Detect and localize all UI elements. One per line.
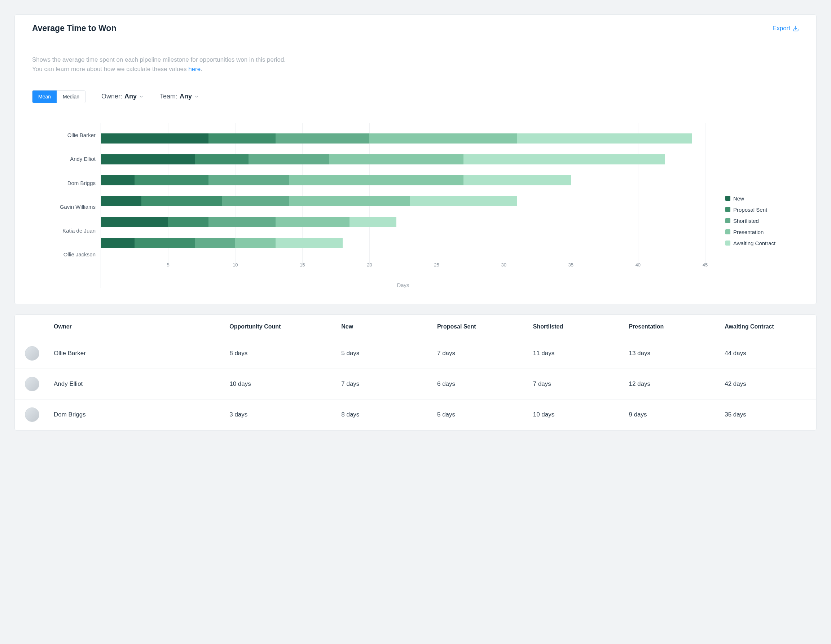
cell-proposal: 6 days	[433, 369, 529, 399]
chart-bar-segment	[195, 238, 236, 248]
col-shortlisted-header: Shortlisted	[529, 315, 625, 338]
col-proposal-header: Proposal Sent	[433, 315, 529, 338]
cell-presentation: 13 days	[624, 338, 720, 369]
chart-x-tick: 10	[232, 262, 238, 267]
chevron-down-icon	[139, 94, 144, 99]
chart-category-label: Gavin Williams	[32, 196, 100, 217]
chart-bar-row	[101, 134, 705, 143]
cell-oppcount: 8 days	[225, 338, 337, 369]
chart-bar-segment	[329, 154, 463, 164]
chart-x-label: Days	[101, 282, 705, 288]
cell-proposal: 5 days	[433, 399, 529, 430]
legend-label: Presentation	[733, 229, 764, 235]
legend-item: Presentation	[725, 229, 799, 235]
legend-swatch	[725, 207, 731, 212]
chart-bar-segment	[369, 134, 517, 143]
chart-x-tick: 25	[434, 262, 439, 267]
chart-bar-segment	[222, 196, 289, 206]
chart-card: Average Time to Won Export Shows the ave…	[14, 14, 817, 304]
legend-item: Proposal Sent	[725, 207, 799, 213]
learn-more-link[interactable]: here	[188, 66, 201, 73]
export-button[interactable]: Export	[772, 25, 799, 32]
mean-button[interactable]: Mean	[32, 91, 57, 103]
table-card: Owner Opportunity Count New Proposal Sen…	[14, 315, 817, 431]
chart-bar-segment	[463, 175, 571, 185]
chart-bar-segment	[289, 175, 463, 185]
cell-owner: Andy Elliot	[49, 369, 225, 399]
chart-x-tick: 20	[367, 262, 372, 267]
chart-bar-segment	[135, 175, 209, 185]
chart-bar-segment	[101, 175, 135, 185]
chart-bar-segment	[101, 217, 168, 227]
legend-item: New	[725, 196, 799, 202]
cell-awaiting: 42 days	[720, 369, 816, 399]
legend-item: Awaiting Contract	[725, 240, 799, 246]
chart-bar-segment	[275, 238, 343, 248]
chart-x-axis: 51015202530354045	[101, 260, 705, 277]
cell-owner: Dom Briggs	[49, 399, 225, 430]
legend-label: Shortlisted	[733, 218, 759, 224]
chart-bar-segment	[101, 238, 135, 248]
avatar	[25, 346, 39, 361]
team-filter-label: Team:	[160, 93, 177, 100]
cell-new: 7 days	[337, 369, 433, 399]
legend-label: Proposal Sent	[733, 207, 767, 213]
chart-category-label: Ollie Barker	[32, 125, 100, 146]
chart-category-labels: Ollie BarkerAndy ElliotDom BriggsGavin W…	[32, 123, 100, 267]
chart-bar-segment	[248, 154, 329, 164]
cell-new: 5 days	[337, 338, 433, 369]
chart-x-tick: 40	[635, 262, 641, 267]
col-presentation-header: Presentation	[624, 315, 720, 338]
cell-shortlisted: 10 days	[529, 399, 625, 430]
chart-area: Ollie BarkerAndy ElliotDom BriggsGavin W…	[32, 123, 799, 288]
download-icon	[793, 25, 799, 32]
cell-oppcount: 3 days	[225, 399, 337, 430]
chart-x-tick: 15	[300, 262, 305, 267]
cell-owner: Ollie Barker	[49, 338, 225, 369]
description-line2-prefix: You can learn more about how we calculat…	[32, 66, 188, 73]
chart-bar-segment	[275, 134, 370, 143]
chart-plot: 51015202530354045 Days	[100, 123, 705, 288]
chart-category-label: Andy Elliot	[32, 149, 100, 170]
chart-bar-segment	[209, 134, 275, 143]
chart-bar-segment	[209, 217, 275, 227]
description-line2: You can learn more about how we calculat…	[32, 65, 799, 74]
chart-controls: Mean Median Owner: Any Team: Any	[32, 90, 799, 103]
avatar	[25, 407, 39, 422]
cell-awaiting: 44 days	[720, 338, 816, 369]
legend-swatch	[725, 240, 731, 246]
cell-avatar	[15, 369, 49, 399]
export-label: Export	[772, 25, 790, 32]
chart-bar-segment	[101, 196, 142, 206]
description-line1: Shows the average time spent on each pip…	[32, 55, 799, 65]
col-owner-header: Owner	[49, 315, 225, 338]
chart-bar-row	[101, 175, 705, 185]
chart-x-tick: 35	[568, 262, 573, 267]
chart-bar-segment	[235, 238, 275, 248]
legend-swatch	[725, 218, 731, 223]
owner-filter[interactable]: Owner: Any	[101, 93, 144, 100]
chart-bar-segment	[195, 154, 249, 164]
cell-awaiting: 35 days	[720, 399, 816, 430]
chart-bar-segment	[209, 175, 289, 185]
chart-bar-segment	[289, 196, 410, 206]
table-row[interactable]: Dom Briggs3 days8 days5 days10 days9 day…	[15, 399, 816, 430]
team-filter[interactable]: Team: Any	[160, 93, 199, 100]
page-title: Average Time to Won	[32, 24, 116, 33]
chart-category-label: Ollie Jackson	[32, 244, 100, 265]
table-row[interactable]: Andy Elliot10 days7 days6 days7 days12 d…	[15, 369, 816, 399]
mean-median-toggle: Mean Median	[32, 90, 86, 103]
table-row[interactable]: Ollie Barker8 days5 days7 days11 days13 …	[15, 338, 816, 369]
legend-item: Shortlisted	[725, 218, 799, 224]
chart-bar-row	[101, 154, 705, 164]
chart-bar-row	[101, 217, 705, 227]
cell-avatar	[15, 399, 49, 430]
team-filter-value: Any	[180, 93, 192, 100]
cell-oppcount: 10 days	[225, 369, 337, 399]
chart-bar-row	[101, 238, 705, 248]
cell-avatar	[15, 338, 49, 369]
cell-proposal: 7 days	[433, 338, 529, 369]
median-button[interactable]: Median	[57, 91, 85, 103]
chart-bars	[101, 123, 705, 258]
chart-bar-segment	[101, 154, 195, 164]
